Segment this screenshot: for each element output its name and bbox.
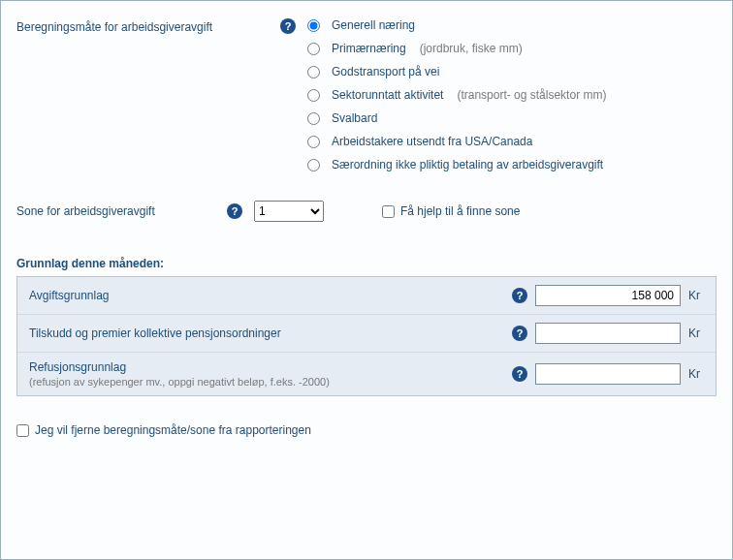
radio-input[interactable]	[307, 19, 320, 32]
radio-option-saerordning[interactable]: Særordning ikke pliktig betaling av arbe…	[307, 158, 606, 171]
calc-method-options: Generell næring Primærnæring (jordbruk, …	[307, 18, 606, 171]
radio-label: Særordning ikke pliktig betaling av arbe…	[332, 158, 603, 171]
radio-label: Godstransport på vei	[332, 65, 439, 78]
radio-input[interactable]	[307, 43, 320, 55]
basis-row-refusjon: Refusjonsgrunnlag (refusjon av sykepenge…	[17, 353, 716, 395]
radio-option-sektorunntatt[interactable]: Sektorunntatt aktivitet (transport- og s…	[307, 88, 606, 102]
basis-input-avgiftsgrunnlag[interactable]	[535, 285, 681, 306]
zone-label: Sone for arbeidsgiveravgift	[16, 204, 215, 218]
radio-option-godstransport[interactable]: Godstransport på vei	[307, 65, 606, 78]
basis-input-tilskudd[interactable]	[535, 323, 681, 344]
radio-label: Primærnæring	[332, 42, 406, 55]
radio-input[interactable]	[307, 66, 320, 78]
remove-calc-label: Jeg vil fjerne beregningsmåte/sone fra r…	[35, 423, 311, 437]
basis-row-sub: (refusjon av sykepenger mv., oppgi negat…	[29, 376, 512, 388]
basis-input-refusjon[interactable]	[535, 363, 681, 385]
basis-row-tilskudd: Tilskudd og premier kollektive pensjonso…	[17, 315, 716, 353]
radio-input[interactable]	[307, 136, 320, 148]
currency-label: Kr	[688, 327, 704, 340]
help-icon[interactable]: ?	[227, 203, 242, 219]
calc-method-section: Beregningsmåte for arbeidsgiveravgift ? …	[16, 18, 717, 171]
remove-calc-checkbox[interactable]	[16, 424, 29, 437]
zone-select[interactable]: 1	[254, 201, 324, 222]
basis-row-avgiftsgrunnlag: Avgiftsgrunnlag ? Kr	[17, 277, 716, 315]
basis-box: Avgiftsgrunnlag ? Kr Tilskudd og premier…	[16, 276, 717, 396]
radio-label: Svalbard	[332, 111, 377, 125]
zone-find-help[interactable]: Få hjelp til å finne sone	[382, 204, 520, 218]
calc-method-label-wrap: Beregningsmåte for arbeidsgiveravgift	[16, 18, 269, 34]
remove-calc-row[interactable]: Jeg vil fjerne beregningsmåte/sone fra r…	[16, 423, 717, 437]
calc-method-label: Beregningsmåte for arbeidsgiveravgift	[16, 20, 212, 34]
help-icon[interactable]: ?	[280, 18, 296, 34]
zone-section: Sone for arbeidsgiveravgift ? 1 Få hjelp…	[16, 201, 717, 222]
help-icon[interactable]: ?	[512, 326, 527, 341]
help-icon[interactable]: ?	[512, 288, 527, 303]
basis-row-label: Tilskudd og premier kollektive pensjonso…	[29, 327, 281, 340]
currency-label: Kr	[688, 367, 704, 381]
radio-label: Sektorunntatt aktivitet	[332, 88, 443, 102]
radio-option-utsendt[interactable]: Arbeidstakere utsendt fra USA/Canada	[307, 135, 606, 148]
zone-find-label: Få hjelp til å finne sone	[400, 204, 520, 218]
form-page: Beregningsmåte for arbeidsgiveravgift ? …	[0, 0, 733, 560]
radio-option-generell[interactable]: Generell næring	[307, 18, 606, 32]
radio-hint: (transport- og stålsektor mm)	[457, 88, 606, 102]
radio-option-svalbard[interactable]: Svalbard	[307, 111, 606, 125]
radio-option-primaer[interactable]: Primærnæring (jordbruk, fiske mm)	[307, 42, 606, 55]
currency-label: Kr	[688, 289, 704, 302]
radio-input[interactable]	[307, 89, 320, 102]
help-icon[interactable]: ?	[512, 366, 527, 382]
radio-label: Arbeidstakere utsendt fra USA/Canada	[332, 135, 532, 148]
radio-hint: (jordbruk, fiske mm)	[420, 42, 523, 55]
radio-input[interactable]	[307, 159, 320, 171]
basis-heading: Grunnlag denne måneden:	[16, 257, 717, 270]
radio-input[interactable]	[307, 112, 320, 125]
basis-row-label: Refusjonsgrunnlag	[29, 360, 126, 374]
basis-row-label: Avgiftsgrunnlag	[29, 289, 110, 302]
zone-find-checkbox[interactable]	[382, 205, 395, 218]
radio-label: Generell næring	[332, 18, 415, 32]
